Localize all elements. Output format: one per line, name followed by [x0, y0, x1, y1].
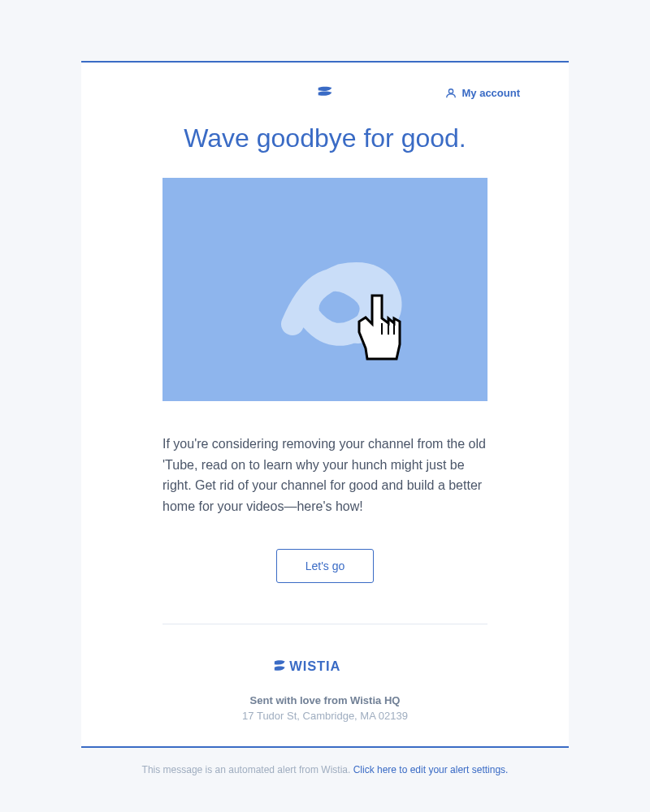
- hero-image: [162, 178, 488, 401]
- footer: WISTIA Sent with love from Wistia HQ 17 …: [162, 624, 488, 746]
- body-text: If you're considering removing your chan…: [81, 434, 569, 516]
- notice-text: This message is an automated alert from …: [142, 764, 353, 775]
- alert-settings-link[interactable]: Click here to edit your alert settings.: [353, 764, 509, 775]
- account-link-label: My account: [462, 87, 520, 99]
- wistia-logo-footer: WISTIA: [162, 657, 488, 678]
- footer-address: 17 Tudor St, Cambridge, MA 02139: [162, 710, 488, 722]
- header: My account: [81, 63, 569, 115]
- bottom-notice: This message is an automated alert from …: [81, 748, 569, 792]
- footer-sent-text: Sent with love from Wistia HQ: [162, 694, 488, 706]
- cursor-hand-icon: [349, 287, 410, 369]
- svg-point-0: [449, 89, 453, 93]
- svg-text:WISTIA: WISTIA: [289, 659, 340, 674]
- my-account-link[interactable]: My account: [445, 87, 520, 99]
- email-container: My account Wave goodbye for good. If you…: [81, 61, 569, 748]
- page-title: Wave goodbye for good.: [81, 115, 569, 178]
- wistia-logo-small: [317, 84, 333, 102]
- lets-go-button[interactable]: Let's go: [276, 549, 374, 583]
- user-icon: [445, 88, 457, 99]
